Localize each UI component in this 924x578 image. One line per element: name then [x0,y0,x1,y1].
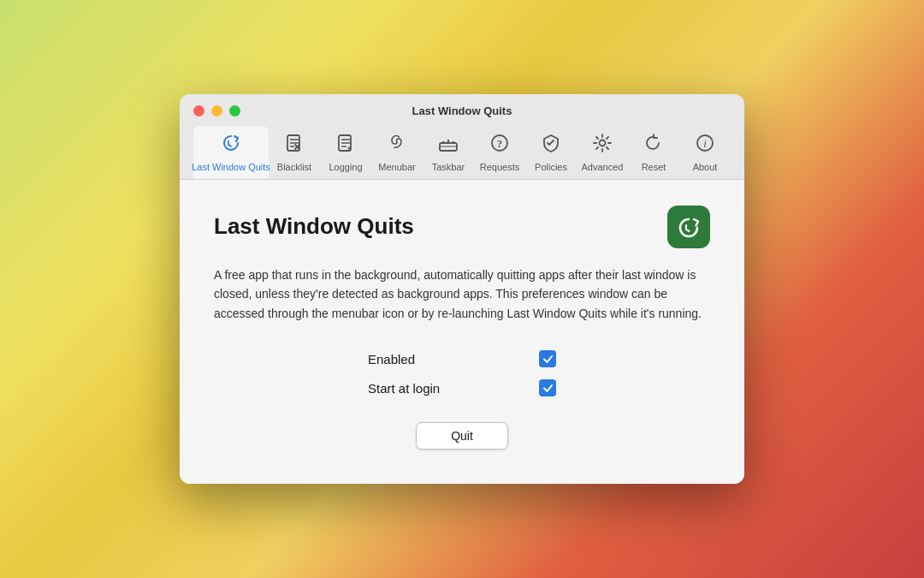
tab-logging[interactable]: Logging [320,126,371,179]
main-content: Last Window Quits A free app that runs i… [180,180,744,484]
close-button[interactable] [193,105,204,116]
options-list: Enabled Start at login [214,350,710,396]
window-title: Last Window Quits [412,104,512,117]
taskbar-icon [436,131,460,158]
titlebar: Last Window Quits Last Window Quits [180,94,744,180]
page-title: Last Window Quits [214,213,414,240]
start-at-login-checkbox[interactable] [539,379,556,396]
last-window-quits-icon [219,131,243,158]
start-at-login-label: Start at login [368,381,440,396]
quit-button-container: Quit [214,422,710,450]
policies-icon [539,131,563,158]
menubar-icon [385,131,409,158]
svg-text:?: ? [497,137,503,150]
tab-last-window-quits[interactable]: Last Window Quits [193,126,269,179]
reset-icon [642,131,666,158]
tab-menubar[interactable]: Menubar [371,126,423,179]
tab-reset[interactable]: Reset [628,126,679,179]
enabled-label: Enabled [368,352,415,366]
page-header: Last Window Quits [214,206,710,248]
requests-icon: ? [488,131,512,158]
app-icon [667,206,710,248]
tab-advanced[interactable]: Advanced [577,126,628,179]
enabled-checkbox[interactable] [539,350,556,367]
tab-menubar-label: Menubar [378,162,415,172]
tab-taskbar-label: Taskbar [432,162,465,172]
blacklist-icon [282,131,306,158]
tab-taskbar[interactable]: Taskbar [423,126,474,179]
about-icon: i [693,131,717,158]
tab-about-label: About [693,162,718,172]
main-window: Last Window Quits Last Window Quits [180,94,744,484]
tab-requests[interactable]: ? Requests [474,126,525,179]
quit-button[interactable]: Quit [416,422,508,450]
tab-bar: Last Window Quits Blacklist [193,126,731,179]
maximize-button[interactable] [229,105,240,116]
logging-icon [334,131,358,158]
svg-point-10 [348,146,351,149]
tab-blacklist[interactable]: Blacklist [269,126,320,179]
tab-last-window-quits-label: Last Window Quits [192,162,270,172]
tab-requests-label: Requests [480,162,519,172]
minimize-button[interactable] [211,105,222,116]
tab-advanced-label: Advanced [582,162,624,172]
svg-point-18 [600,140,606,146]
tab-policies[interactable]: Policies [525,126,577,179]
option-start-at-login-row: Start at login [368,379,556,396]
tab-reset-label: Reset [642,162,666,172]
titlebar-top: Last Window Quits [193,104,731,117]
tab-about[interactable]: i About [679,126,731,179]
tab-blacklist-label: Blacklist [277,162,311,172]
svg-text:i: i [703,137,707,150]
app-description: A free app that runs in the background, … [214,265,710,323]
tab-policies-label: Policies [535,162,567,172]
tab-logging-label: Logging [329,162,362,172]
option-enabled-row: Enabled [368,350,556,367]
advanced-icon [590,131,614,158]
window-controls [193,105,240,116]
